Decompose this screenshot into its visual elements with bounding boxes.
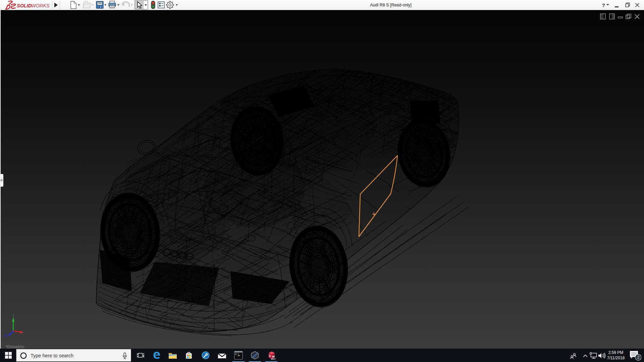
svg-text:S: S <box>269 354 271 358</box>
svg-text:SOLID: SOLID <box>17 3 32 8</box>
svg-text:C:\: C:\ <box>235 353 239 356</box>
svg-text:2: 2 <box>637 355 640 360</box>
svg-text:WORKS: WORKS <box>31 3 50 8</box>
svg-text:2017: 2017 <box>271 358 276 360</box>
